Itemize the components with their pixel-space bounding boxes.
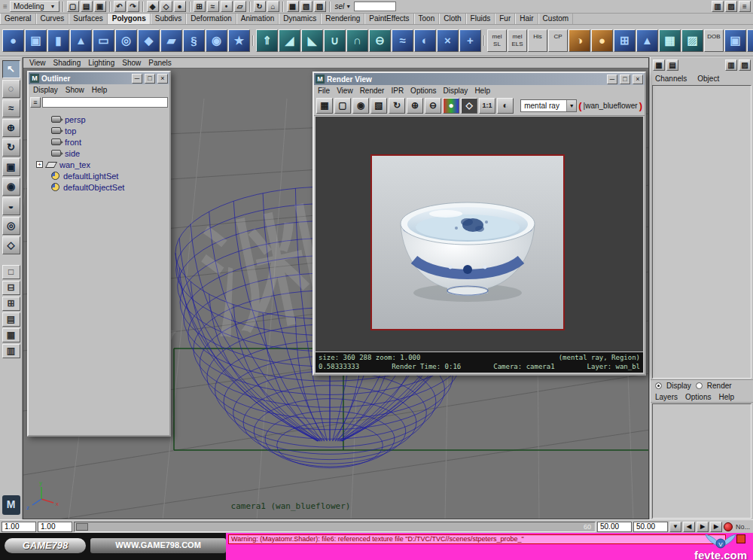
outliner-item-defaultobjectset[interactable]: defaultObjectSet (30, 181, 168, 193)
render-view-titlebar[interactable]: M Render View ─ □ × (314, 73, 645, 85)
outliner-item-defaultlightset[interactable]: defaultLightSet (30, 170, 168, 181)
show-channelbox-icon[interactable]: ▥ (725, 59, 737, 71)
auto-key-button[interactable] (724, 522, 733, 531)
display-alpha-icon[interactable]: ◇ (461, 98, 477, 114)
one-to-one-button[interactable]: 1:1 (479, 98, 495, 114)
layout-split-top-button[interactable]: ▤ (2, 312, 20, 327)
maximize-icon[interactable]: □ (620, 75, 630, 84)
show-hotbox-icon[interactable]: ▥ (712, 1, 724, 12)
shelf-misc2-icon[interactable]: ▥ (747, 29, 753, 52)
panel-menu-view[interactable]: View (26, 58, 49, 68)
range-dropdown-icon[interactable]: ▼ (669, 522, 681, 532)
shelf-poly-cube-icon[interactable]: ▣ (25, 29, 47, 52)
layout-two-pane-button[interactable]: ⊟ (2, 281, 20, 295)
outliner-menu-display[interactable]: Display (33, 86, 58, 94)
shelf-poly-helix-icon[interactable]: § (183, 29, 205, 52)
soft-mod-tool-icon[interactable]: ◒ (2, 197, 20, 215)
playback-end-field[interactable] (633, 522, 668, 532)
outliner-item-wan-tex[interactable]: + wan_tex (30, 159, 168, 170)
rv-menu-display[interactable]: Display (444, 87, 468, 95)
layout-four-pane-button[interactable]: ⊞ (2, 297, 20, 311)
step-forward-icon[interactable]: ▶ (710, 522, 722, 532)
close-icon[interactable]: × (633, 75, 643, 84)
shelf-normals-icon[interactable]: ▲ (636, 29, 658, 52)
shelf-boolean-intersect-icon[interactable]: ∩ (346, 29, 368, 52)
shelf-poly-plane-icon[interactable]: ▭ (93, 29, 114, 52)
layers-options-menu[interactable]: Options (685, 393, 711, 401)
redo-icon[interactable]: ↷ (127, 1, 139, 12)
snap-plane-icon[interactable]: ▱ (234, 1, 246, 12)
last-tool-icon[interactable]: ◇ (2, 236, 20, 254)
shelf-lattice-icon[interactable]: ▦ (659, 29, 681, 52)
channel-speed-icon[interactable]: ▤ (666, 59, 678, 71)
shelf-poly-cylinder-icon[interactable]: ▮ (47, 29, 69, 52)
shelf-poly-soccer-icon[interactable]: ◉ (206, 29, 227, 52)
select-object-icon[interactable]: ◇ (160, 1, 172, 12)
outliner-item-side[interactable]: side (30, 148, 168, 159)
range-end-field[interactable] (597, 522, 632, 532)
outliner-menu-help[interactable]: Help (92, 86, 108, 94)
shelf-split-icon[interactable]: × (437, 29, 459, 52)
snap-point-icon[interactable]: • (221, 1, 233, 12)
show-layereditor-icon[interactable]: ▨ (739, 59, 751, 71)
play-icon[interactable]: ▶ (697, 522, 709, 532)
menu-general[interactable]: General (0, 14, 36, 24)
minimize-icon[interactable]: ─ (607, 75, 617, 84)
layout-hypergraph-button[interactable]: ▥ (2, 344, 20, 358)
panel-menu-show[interactable]: Show (119, 58, 144, 68)
current-frame-field[interactable] (38, 522, 72, 532)
menu-animation[interactable]: Animation (236, 14, 279, 24)
panel-menu-shading[interactable]: Shading (50, 58, 84, 68)
menu-deformation[interactable]: Deformation (186, 14, 236, 24)
render-region-icon[interactable]: ▢ (334, 98, 351, 114)
layers-help-menu[interactable]: Help (718, 393, 734, 401)
shelf-poly-pipe-icon[interactable]: ▰ (160, 29, 182, 52)
menu-rendering[interactable]: Rendering (321, 14, 364, 24)
snapshot-icon[interactable]: ◉ (352, 98, 369, 114)
channel-list[interactable] (652, 85, 751, 379)
tab-object[interactable]: Object (697, 75, 719, 83)
layers-menu[interactable]: Layers (655, 393, 678, 401)
select-hierarchy-icon[interactable]: ◆ (147, 1, 159, 12)
lasso-tool-icon[interactable]: ◌ (2, 80, 20, 98)
outliner-window[interactable]: M Outliner ─ □ × Display Show Help ≡ per… (27, 71, 171, 437)
menu-set-dropdown[interactable]: Modeling ▼ (10, 1, 59, 12)
menu-custom[interactable]: Custom (538, 14, 573, 24)
shelf-wedge-icon[interactable]: ◣ (301, 29, 323, 52)
snap-grid-icon[interactable]: ⊞ (194, 1, 206, 12)
shelf-poly-cone-icon[interactable]: ▲ (70, 29, 92, 52)
layer-list[interactable] (652, 403, 751, 519)
shelf-extrude-icon[interactable]: ⇑ (256, 29, 278, 52)
outliner-titlebar[interactable]: M Outliner ─ □ × (29, 72, 169, 84)
menu-fluids[interactable]: Fluids (466, 14, 495, 24)
rv-menu-file[interactable]: File (318, 87, 330, 95)
shelf-sculpt-icon[interactable]: ● (591, 29, 613, 52)
expand-toggle-icon[interactable]: + (36, 161, 43, 168)
select-component-icon[interactable]: ● (174, 1, 186, 12)
rv-menu-render[interactable]: Render (360, 87, 385, 95)
shelf-dob-button[interactable]: DOB (704, 29, 724, 52)
menu-surfaces[interactable]: Surfaces (69, 14, 107, 24)
rv-menu-options[interactable]: Options (410, 87, 436, 95)
keep-image-icon[interactable]: ⊕ (407, 98, 423, 114)
menu-painteffects[interactable]: PaintEffects (364, 14, 413, 24)
render-canvas[interactable] (316, 117, 643, 352)
character-set-label[interactable]: No... (734, 523, 751, 531)
quick-select-input[interactable] (354, 2, 396, 11)
range-start-field[interactable] (2, 522, 36, 532)
shelf-boolean-subtract-icon[interactable]: ⊖ (369, 29, 391, 52)
render-radio[interactable] (696, 382, 703, 389)
snap-curve-icon[interactable]: ≈ (207, 1, 219, 12)
grip-icon[interactable]: ≡ (2, 2, 8, 12)
render-layer-label[interactable]: |wan_blueflower (584, 102, 638, 110)
rv-menu-help[interactable]: Help (474, 87, 490, 95)
refresh-ipr-icon[interactable]: ↻ (389, 98, 405, 114)
step-back-icon[interactable]: ◀ (683, 522, 695, 532)
show-manip-tool-icon[interactable]: ◎ (2, 217, 20, 235)
outliner-item-top[interactable]: top (30, 125, 168, 136)
new-scene-icon[interactable]: ▢ (67, 1, 79, 12)
move-tool-icon[interactable]: ⊕ (2, 119, 20, 137)
shelf-poly-torus-icon[interactable]: ◎ (115, 29, 137, 52)
render-view-window[interactable]: M Render View ─ □ × File View Render IPR… (312, 72, 646, 376)
menu-fur[interactable]: Fur (495, 14, 515, 24)
